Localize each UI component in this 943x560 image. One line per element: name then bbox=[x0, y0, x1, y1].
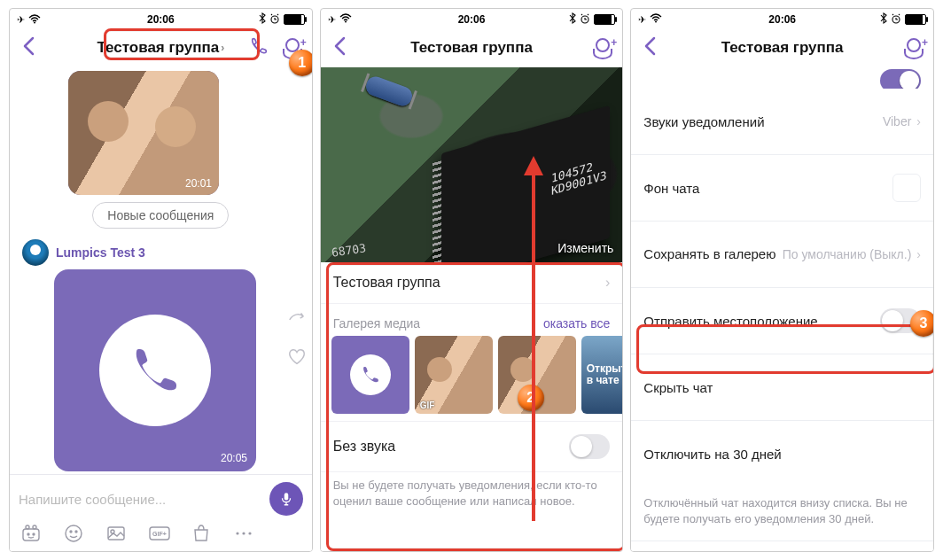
svg-text:GIF+: GIF+ bbox=[152, 531, 167, 537]
sticker-message[interactable]: 20:05 bbox=[54, 269, 256, 471]
viber-logo-icon bbox=[124, 339, 186, 401]
message-time: 20:01 bbox=[185, 177, 212, 190]
mute-note: Вы не будете получать уведомления, если … bbox=[321, 472, 623, 521]
phone-screen-3: ✈ 20:06 Тестовая группа + Звуки уведомле… bbox=[630, 8, 934, 552]
media-thumb-gif[interactable]: GIF bbox=[415, 336, 493, 414]
message-image[interactable]: 20:01 bbox=[68, 71, 219, 195]
back-button[interactable] bbox=[328, 35, 353, 62]
send-location-row[interactable]: Отправить местоположение bbox=[631, 288, 933, 354]
nav-bar: Тестовая группа + bbox=[321, 28, 623, 67]
chevron-right-icon: › bbox=[916, 114, 921, 128]
toggle-on[interactable] bbox=[880, 69, 921, 89]
svg-point-4 bbox=[26, 525, 29, 529]
alarm-icon bbox=[269, 13, 280, 27]
snooze-30-row[interactable]: Отключить на 30 дней bbox=[631, 421, 933, 486]
alarm-icon bbox=[580, 13, 590, 27]
bluetooth-icon bbox=[569, 12, 576, 27]
wifi-icon bbox=[28, 14, 41, 26]
gallery-icon[interactable] bbox=[105, 523, 127, 544]
sticker-icon[interactable] bbox=[20, 523, 42, 544]
voice-message-button[interactable] bbox=[269, 482, 303, 516]
battery-icon bbox=[594, 14, 615, 25]
phone-screen-2: ✈ 20:06 Тестовая группа + 104572KD9001V3… bbox=[320, 8, 624, 552]
add-participant-button[interactable]: + bbox=[592, 38, 615, 58]
clear-chat-row[interactable]: Очистить чат bbox=[631, 541, 933, 551]
sender-name[interactable]: Lumpics Test 3 bbox=[56, 245, 145, 260]
group-name-label: Тестовая группа bbox=[333, 275, 440, 291]
mute-toggle[interactable] bbox=[569, 434, 610, 459]
wifi-icon bbox=[339, 13, 352, 26]
info-title: Тестовая группа bbox=[410, 39, 533, 57]
alarm-icon bbox=[891, 13, 901, 27]
step-marker-1: 1 bbox=[289, 50, 313, 76]
media-strip[interactable]: GIF Открыть в чате bbox=[321, 336, 623, 421]
settings-title-text: Тестовая группа bbox=[721, 39, 844, 57]
status-time: 20:06 bbox=[768, 13, 796, 26]
svg-point-5 bbox=[33, 525, 36, 529]
chat-background-swatch bbox=[892, 174, 921, 202]
svg-point-6 bbox=[27, 533, 29, 535]
svg-point-8 bbox=[66, 525, 82, 541]
more-icon[interactable] bbox=[233, 523, 254, 544]
svg-point-7 bbox=[33, 533, 35, 535]
change-cover-button[interactable]: Изменить bbox=[557, 241, 613, 255]
hide-chat-row[interactable]: Скрыть чат bbox=[631, 354, 933, 421]
gif-badge: GIF bbox=[420, 401, 435, 410]
gif-icon[interactable]: GIF+ bbox=[148, 523, 169, 544]
status-bar: ✈ 20:06 bbox=[10, 9, 312, 28]
wifi-icon bbox=[650, 13, 662, 26]
svg-point-16 bbox=[242, 532, 245, 534]
share-icon[interactable] bbox=[287, 308, 307, 331]
chevron-right-icon: › bbox=[605, 275, 610, 291]
hide-chat-label: Скрыть чат bbox=[643, 380, 713, 395]
chat-title[interactable]: Тестовая группа › bbox=[97, 39, 224, 57]
svg-point-15 bbox=[236, 532, 238, 534]
notification-sounds-value: Viber bbox=[883, 114, 911, 128]
chat-background-row[interactable]: Фон чата bbox=[631, 155, 933, 222]
settings-title: Тестовая группа bbox=[721, 39, 844, 57]
svg-point-18 bbox=[345, 21, 347, 23]
status-bar: ✈ 20:06 bbox=[321, 9, 623, 28]
media-thumb[interactable] bbox=[331, 336, 409, 414]
nav-bar: Тестовая группа + bbox=[631, 28, 933, 67]
mute-label: Без звука bbox=[333, 439, 396, 455]
battery-icon bbox=[905, 14, 926, 25]
open-in-chat-tile[interactable]: Открыть в чате bbox=[581, 336, 623, 414]
back-button[interactable] bbox=[17, 35, 42, 62]
bluetooth-icon bbox=[880, 12, 887, 27]
emoji-icon[interactable] bbox=[63, 523, 84, 544]
mute-row[interactable]: Без звука bbox=[321, 421, 623, 472]
new-messages-pill[interactable]: Новые сообщения bbox=[92, 202, 229, 229]
battery-icon bbox=[284, 14, 305, 25]
status-time: 20:06 bbox=[147, 13, 175, 26]
svg-point-20 bbox=[655, 21, 657, 23]
save-to-gallery-value: По умолчанию (Выкл.) bbox=[783, 247, 912, 261]
chevron-right-icon: › bbox=[916, 247, 921, 261]
add-participant-button[interactable]: + bbox=[903, 38, 926, 58]
sender-avatar[interactable] bbox=[22, 239, 49, 266]
airplane-mode-icon: ✈ bbox=[17, 14, 25, 26]
group-name-row[interactable]: Тестовая группа › bbox=[321, 262, 623, 304]
show-all-link[interactable]: оказать все bbox=[543, 316, 610, 331]
partial-toggle-row bbox=[631, 67, 933, 89]
media-gallery-label: Галерея медиа bbox=[333, 316, 420, 331]
svg-rect-2 bbox=[284, 493, 288, 500]
bluetooth-icon bbox=[259, 12, 266, 27]
svg-rect-3 bbox=[23, 529, 39, 541]
group-cover-image[interactable]: 104572KD9001V3 68703 Изменить bbox=[321, 67, 623, 262]
call-button[interactable] bbox=[248, 35, 269, 60]
svg-point-0 bbox=[34, 21, 35, 23]
step-marker-2: 2 bbox=[518, 385, 544, 411]
message-input[interactable]: Напишите сообщение... bbox=[19, 492, 262, 507]
save-to-gallery-row[interactable]: Сохранять в галерею По умолчанию (Выкл.)… bbox=[631, 222, 933, 288]
sender-row: Lumpics Test 3 bbox=[10, 239, 312, 266]
notification-sounds-row[interactable]: Звуки уведомлений Viber› bbox=[631, 89, 933, 155]
svg-point-17 bbox=[248, 532, 251, 534]
like-icon[interactable] bbox=[287, 347, 307, 370]
snooze-30-label: Отключить на 30 дней bbox=[643, 447, 781, 462]
back-button[interactable] bbox=[638, 35, 663, 62]
svg-point-9 bbox=[70, 531, 72, 533]
airplane-mode-icon: ✈ bbox=[638, 14, 646, 26]
shop-icon[interactable] bbox=[191, 523, 212, 544]
notification-sounds-label: Звуки уведомлений bbox=[643, 114, 764, 129]
